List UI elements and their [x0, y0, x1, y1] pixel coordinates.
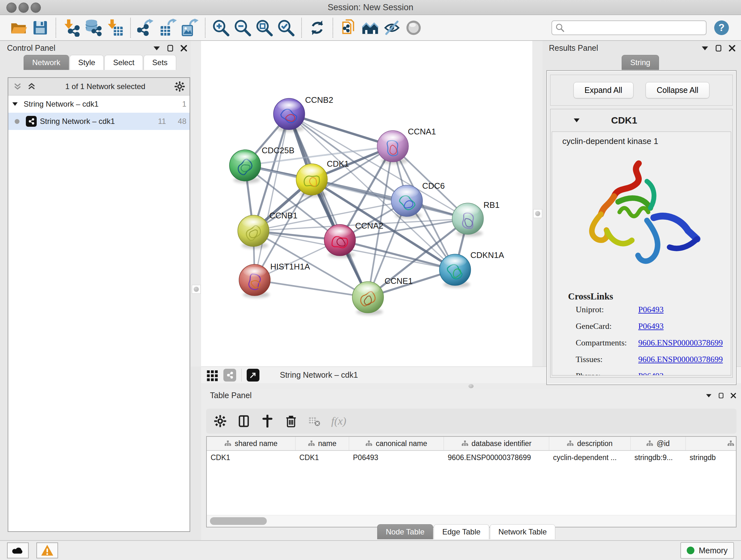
maximize-panel-icon[interactable] [166, 44, 174, 52]
left-splitter[interactable] [191, 41, 201, 367]
hide-glyph-eye-icon[interactable] [383, 18, 401, 37]
tab-sets[interactable]: Sets [144, 55, 176, 70]
warnings-button[interactable] [37, 543, 58, 558]
close-window-icon[interactable] [6, 3, 17, 13]
grid-view-icon[interactable] [206, 369, 219, 381]
column-header[interactable]: name [295, 437, 349, 450]
network-canvas[interactable]: CCNB2CCNA1CDC25BCDK1CDC6RB1CCNB1CCNA2CDK… [201, 41, 532, 367]
network-node-CDK1[interactable] [296, 164, 327, 197]
string-view-icon[interactable] [223, 369, 236, 381]
table-settings-gear-icon[interactable] [214, 415, 226, 428]
float-panel-icon[interactable] [705, 392, 712, 399]
collapse-all-icon[interactable] [13, 82, 22, 91]
crosslink-link[interactable]: 9606.ENSP00000378699 [638, 355, 723, 364]
network-node-CCNB1[interactable] [238, 215, 269, 249]
search-input[interactable] [565, 23, 703, 33]
export-table-icon[interactable] [158, 18, 177, 37]
close-panel-icon[interactable] [730, 392, 737, 399]
tab-string-results[interactable]: String [622, 55, 659, 70]
string-homes-icon[interactable] [361, 18, 380, 37]
network-node-RB1[interactable] [452, 203, 483, 237]
table-cell: 9606.ENSP00000378699 [444, 451, 549, 464]
column-header-label: shared name [234, 439, 277, 448]
crosslink-link[interactable]: P06493 [638, 371, 664, 375]
network-row[interactable]: String Network – cdk1 11 48 [8, 113, 190, 130]
help-icon[interactable]: ? [714, 20, 729, 35]
zoom-fit-icon[interactable] [255, 18, 273, 37]
left-splitter-handle[interactable] [192, 285, 201, 294]
network-node-CCNA1[interactable] [377, 131, 408, 164]
tab-select[interactable]: Select [105, 55, 143, 70]
column-type-icon [224, 440, 231, 447]
crosslink-link[interactable]: 9606.ENSP00000378699 [638, 338, 723, 348]
network-node-HIST1H1A[interactable] [239, 264, 270, 298]
tab-network[interactable]: Network [23, 55, 69, 70]
delete-table-icon[interactable] [308, 415, 320, 427]
save-session-icon[interactable] [31, 18, 50, 37]
close-panel-icon[interactable] [180, 44, 188, 52]
column-type-icon [308, 440, 315, 447]
column-header[interactable]: database identifier [444, 437, 549, 450]
add-column-icon[interactable] [261, 415, 274, 428]
delete-column-trash-icon[interactable] [285, 415, 297, 428]
maximize-panel-icon[interactable] [715, 44, 723, 52]
column-header[interactable]: shared name [207, 437, 295, 450]
maximize-window-icon[interactable] [30, 3, 41, 13]
maximize-panel-icon[interactable] [718, 392, 724, 399]
float-panel-icon[interactable] [152, 44, 161, 52]
import-table-icon[interactable] [106, 18, 124, 37]
network-node-CDKN1A[interactable] [440, 254, 471, 288]
export-image-icon[interactable] [180, 18, 199, 37]
refresh-icon[interactable] [308, 18, 327, 37]
zoom-in-icon[interactable] [212, 18, 230, 37]
import-network-file-icon[interactable] [62, 18, 81, 37]
crosslink-link[interactable]: P06493 [638, 305, 664, 314]
cloud-button[interactable] [7, 543, 29, 558]
clone-network-icon[interactable] [339, 18, 358, 37]
detach-view-icon[interactable] [247, 369, 259, 381]
column-header[interactable]: namespac [686, 437, 737, 450]
table-panel: Table Panel f(x) shared namenamecanonica… [201, 389, 741, 540]
column-header[interactable]: canonical name [349, 437, 444, 450]
export-network-icon[interactable] [137, 18, 155, 37]
network-edge[interactable] [289, 114, 393, 146]
protein-structure-image [573, 155, 710, 283]
open-session-icon[interactable] [9, 18, 28, 37]
collapse-all-button[interactable]: Collapse All [646, 82, 710, 98]
right-splitter[interactable] [532, 41, 542, 389]
scrollbar-thumb[interactable] [210, 517, 267, 525]
tab-node-table[interactable]: Node Table [377, 524, 433, 539]
formula-fx-icon[interactable]: f(x) [331, 415, 346, 427]
table-row[interactable]: CDK1CDK1P064939606.ENSP00000378699cyclin… [207, 451, 736, 464]
network-node-CCNA2[interactable] [324, 225, 355, 258]
import-network-database-icon[interactable] [84, 18, 103, 37]
network-edge[interactable] [255, 280, 368, 297]
column-header[interactable]: description [549, 437, 630, 450]
network-node-CCNE1[interactable] [352, 282, 384, 315]
crosslink-link[interactable]: P06493 [638, 321, 664, 331]
result-entry-header[interactable]: CDK1 [550, 109, 732, 132]
network-collection-row[interactable]: String Network – cdk1 1 [8, 96, 190, 113]
zoom-out-icon[interactable] [233, 18, 252, 37]
horizontal-splitter-handle[interactable] [468, 384, 474, 388]
network-node-CDC25B[interactable] [229, 150, 261, 183]
network-row-label: String Network – cdk1 [40, 117, 115, 126]
expand-all-button[interactable]: Expand All [574, 82, 633, 98]
expand-all-icon[interactable] [27, 82, 37, 91]
crosslink-label: GeneCard: [576, 321, 638, 331]
entry-collapse-icon[interactable] [573, 117, 581, 124]
memory-button[interactable]: Memory [680, 542, 734, 559]
right-splitter-handle[interactable] [533, 209, 542, 218]
collection-expand-icon[interactable] [11, 101, 18, 108]
minimize-window-icon[interactable] [18, 3, 29, 13]
float-panel-icon[interactable] [701, 44, 709, 52]
zoom-selected-icon[interactable] [277, 18, 295, 37]
gray-sphere-icon[interactable] [404, 18, 423, 37]
close-panel-icon[interactable] [728, 44, 736, 52]
column-header[interactable]: @id [630, 437, 686, 450]
show-columns-icon[interactable] [238, 415, 250, 428]
gear-icon[interactable] [174, 81, 185, 92]
tab-edge-table[interactable]: Edge Table [434, 524, 489, 539]
tab-style[interactable]: Style [70, 55, 104, 70]
tab-network-table[interactable]: Network Table [490, 524, 556, 539]
